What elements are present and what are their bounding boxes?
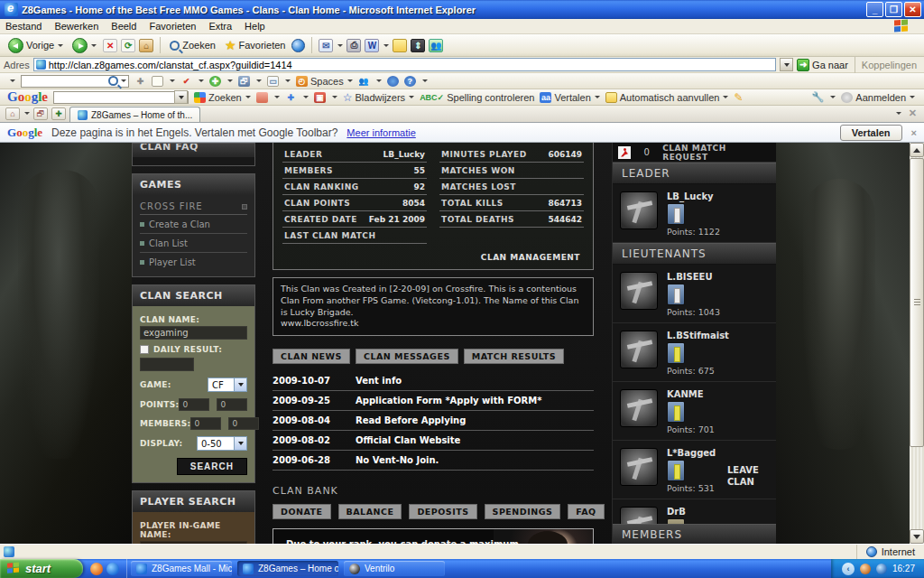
leave-clan-link[interactable]: LEAVE CLAN: [727, 464, 767, 488]
browser-tab-active[interactable]: Z8Games – Home of th...: [69, 107, 200, 122]
settings-dropdown-icon[interactable]: [830, 96, 836, 98]
contacts-dropdown-icon[interactable]: [376, 79, 382, 82]
start-button[interactable]: start: [0, 559, 83, 578]
toolbar-options-dropdown-icon[interactable]: [10, 79, 15, 82]
taskbar-item-z8games-home[interactable]: Z8Games – Home of t...: [237, 561, 338, 576]
quick-launch-media-icon[interactable]: [90, 563, 103, 575]
menu-help[interactable]: Help: [245, 21, 265, 32]
v-dropdown-icon[interactable]: [199, 79, 204, 82]
tabbar-close-icon[interactable]: ✕: [909, 107, 917, 119]
close-button[interactable]: ✕: [904, 2, 921, 17]
tabbar-dropdown-icon[interactable]: [896, 112, 901, 115]
translate-page-button[interactable]: Vertalen: [840, 125, 902, 141]
menu-beeld[interactable]: Beeld: [111, 21, 136, 32]
quick-launch-ie-icon[interactable]: [106, 563, 119, 575]
tab-clan-news[interactable]: CLAN NEWS: [273, 349, 350, 364]
highlighter-icon[interactable]: ✎: [734, 91, 743, 104]
tab-clan-messages[interactable]: CLAN MESSAGES: [356, 349, 458, 364]
spellcheck-button[interactable]: ABC✓ Spelling controleren: [420, 92, 534, 103]
photo-dropdown-icon[interactable]: [285, 79, 291, 82]
roster-entry[interactable]: KANME Points: 701: [613, 382, 776, 441]
add-circle-icon[interactable]: ✚: [209, 76, 221, 87]
address-input[interactable]: http://clan.z8games.com/clanstat_cf.aspx…: [33, 58, 776, 71]
links-label[interactable]: Koppelingen: [862, 60, 920, 70]
more-info-link[interactable]: Meer informatie: [346, 127, 415, 138]
translatebar-close-icon[interactable]: ×: [911, 127, 917, 138]
roster-entry[interactable]: L.BISEEU Points: 1043: [613, 265, 776, 323]
menu-favorieten[interactable]: Favorieten: [149, 21, 196, 32]
restore-button[interactable]: ❐: [885, 2, 902, 17]
members-min-input[interactable]: [190, 417, 221, 430]
clan-website-url[interactable]: www.lbcrossfire.tk: [281, 318, 586, 330]
home-button[interactable]: ⌂: [139, 39, 153, 52]
window-dropdown-icon[interactable]: [170, 79, 175, 82]
home-dropdown-icon[interactable]: [24, 112, 30, 115]
minimize-button[interactable]: _: [866, 2, 883, 17]
taskbar-item-z8games-mall[interactable]: Z8Games Mall - Micro...: [131, 561, 232, 576]
tab-deposits[interactable]: DEPOSITS: [409, 504, 476, 519]
pagerank-dropdown-icon[interactable]: [274, 96, 280, 98]
sidebar-item-create-clan[interactable]: Create a Clan: [140, 215, 247, 234]
favorites-button[interactable]: ★ Favorieten: [222, 38, 289, 52]
mail-dropdown-icon[interactable]: [337, 44, 343, 47]
translate-button[interactable]: aa Vertalen: [540, 92, 599, 103]
points-max-input[interactable]: [217, 398, 247, 411]
print-button[interactable]: ⎙: [346, 39, 361, 52]
tab-donate[interactable]: DONATE: [273, 504, 331, 519]
sidebar-item-clan-list[interactable]: Clan List: [140, 234, 247, 253]
scroll-up-button[interactable]: [910, 143, 924, 157]
help-icon[interactable]: ?: [404, 76, 416, 87]
roster-entry[interactable]: L.BStifmaist Points: 675: [613, 323, 776, 382]
clan-management-link[interactable]: CLAN MANAGEMENT: [282, 244, 584, 264]
popup-dropdown-icon[interactable]: [332, 96, 337, 98]
menu-bewerken[interactable]: Bewerken: [54, 21, 98, 32]
game-select[interactable]: CF: [208, 378, 247, 392]
tray-icon-2[interactable]: [876, 564, 887, 574]
discuss-button[interactable]: ⇕: [411, 39, 425, 52]
menu-extra[interactable]: Extra: [208, 21, 232, 32]
refresh-button[interactable]: ⟳: [121, 39, 135, 52]
new-tab-button[interactable]: ✚: [51, 107, 66, 120]
members-max-input[interactable]: [228, 417, 259, 430]
forward-button[interactable]: [69, 37, 99, 54]
clan-name-input[interactable]: [140, 326, 247, 340]
clan-faq-box[interactable]: CLAN FAQ: [132, 143, 255, 166]
points-min-input[interactable]: [179, 398, 209, 411]
tab-match-results[interactable]: MATCH RESULTS: [464, 349, 564, 364]
tray-icon-1[interactable]: [860, 564, 871, 574]
clan-search-button[interactable]: SEARCH: [177, 458, 247, 475]
contacts-icon[interactable]: 👥: [358, 76, 370, 87]
back-button[interactable]: Vorige: [5, 37, 66, 54]
news-row[interactable]: 2009-10-07Vent info: [273, 371, 594, 391]
game-crossfire-header[interactable]: CROSS FIRE: [140, 199, 247, 215]
gadd-dropdown-icon[interactable]: [303, 96, 309, 98]
google-search-input[interactable]: [53, 91, 189, 104]
globe-icon[interactable]: [387, 76, 399, 87]
history-icon[interactable]: [291, 39, 305, 52]
notes-button[interactable]: [393, 39, 407, 52]
daily-result-input[interactable]: [140, 358, 194, 371]
news-row[interactable]: 2009-08-04Read Before Applying: [273, 411, 594, 431]
menu-bestand[interactable]: Bestand: [5, 21, 42, 32]
add-button[interactable]: ✚: [134, 76, 146, 87]
news-row[interactable]: 2009-09-25Application Form *Apply with F…: [273, 391, 594, 411]
display-select[interactable]: 0-50: [197, 436, 247, 451]
google-search-button[interactable]: Zoeken: [194, 92, 251, 103]
vertical-scrollbar[interactable]: [910, 143, 924, 544]
word-dropdown-icon[interactable]: [383, 44, 389, 47]
window-icon[interactable]: [152, 76, 163, 87]
google-search-dropdown[interactable]: [174, 90, 188, 104]
tab-spendings[interactable]: SPENDINGS: [485, 504, 561, 519]
feed-icon[interactable]: 🗗: [238, 76, 250, 87]
pagerank-icon[interactable]: [256, 92, 268, 103]
live-search-input[interactable]: [21, 75, 129, 88]
sidebar-item-player-list[interactable]: Player List: [140, 253, 247, 271]
tab-faq[interactable]: FAQ: [568, 504, 604, 519]
search-button[interactable]: Zoeken: [167, 39, 218, 51]
news-row[interactable]: 2009-08-02Official Clan Website: [273, 431, 594, 451]
spaces-button[interactable]: ◴ Spaces: [296, 76, 353, 87]
go-button[interactable]: ➜ Ga naar: [797, 59, 848, 71]
v-logo-icon[interactable]: ✔: [180, 76, 192, 87]
help-dropdown-icon[interactable]: [422, 79, 428, 82]
autofill-button[interactable]: Automatisch aanvullen: [605, 92, 729, 103]
